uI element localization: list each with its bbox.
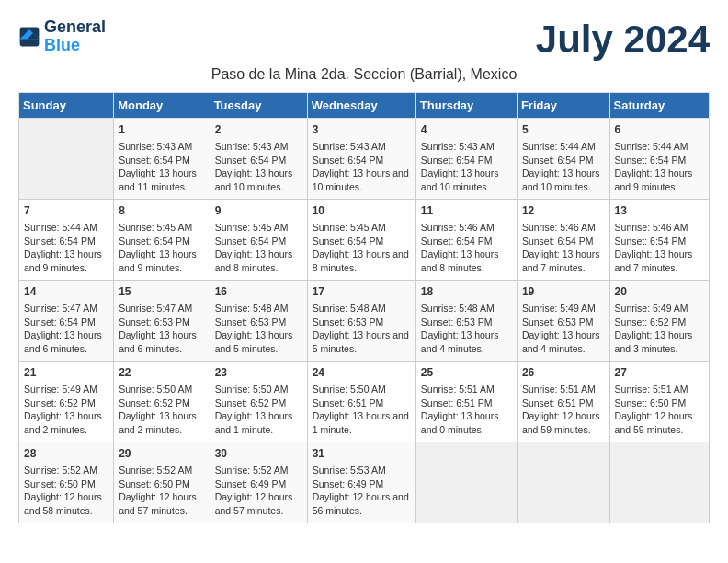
cell-info: Sunrise: 5:49 AM	[615, 302, 704, 316]
calendar-cell: 10Sunrise: 5:45 AMSunset: 6:54 PMDayligh…	[307, 200, 415, 281]
header-day-thursday: Thursday	[415, 93, 517, 119]
logo-general: General	[44, 18, 106, 37]
cell-info: Sunrise: 5:52 AM	[24, 464, 108, 477]
cell-info: Sunset: 6:54 PM	[522, 154, 605, 167]
day-number: 11	[421, 203, 512, 219]
calendar-week-row: 1Sunrise: 5:43 AMSunset: 6:54 PMDaylight…	[19, 119, 710, 200]
cell-info: Sunrise: 5:52 AM	[119, 464, 204, 477]
cell-info: Sunset: 6:50 PM	[119, 477, 204, 491]
cell-info: Sunrise: 5:43 AM	[421, 140, 512, 154]
cell-info: Daylight: 13 hours and 3 minutes.	[615, 328, 704, 355]
cell-info: Sunset: 6:49 PM	[313, 477, 411, 491]
cell-info: Sunset: 6:53 PM	[421, 316, 512, 329]
calendar-cell: 15Sunrise: 5:47 AMSunset: 6:53 PMDayligh…	[114, 281, 210, 362]
cell-info: Sunrise: 5:48 AM	[215, 302, 302, 316]
cell-info: Sunrise: 5:49 AM	[24, 383, 108, 396]
cell-info: Sunrise: 5:44 AM	[615, 140, 704, 154]
cell-info: Sunrise: 5:49 AM	[522, 302, 605, 316]
cell-info: Daylight: 13 hours and 5 minutes.	[313, 328, 411, 355]
cell-info: Sunset: 6:54 PM	[421, 235, 512, 248]
month-title-section: July 2024	[536, 18, 710, 61]
cell-info: Daylight: 13 hours and 4 minutes.	[421, 328, 512, 355]
calendar-cell: 7Sunrise: 5:44 AMSunset: 6:54 PMDaylight…	[19, 200, 114, 281]
cell-info: Sunrise: 5:50 AM	[313, 383, 411, 396]
cell-info: Sunrise: 5:43 AM	[215, 140, 302, 154]
cell-info: Sunset: 6:54 PM	[615, 154, 704, 167]
calendar-cell: 16Sunrise: 5:48 AMSunset: 6:53 PMDayligh…	[210, 281, 307, 362]
cell-info: Sunset: 6:54 PM	[24, 316, 108, 329]
day-number: 10	[313, 203, 411, 219]
calendar-cell: 3Sunrise: 5:43 AMSunset: 6:54 PMDaylight…	[307, 119, 415, 200]
cell-info: Daylight: 12 hours and 58 minutes.	[24, 490, 108, 517]
day-number: 29	[119, 446, 204, 462]
cell-info: Daylight: 13 hours and 10 minutes.	[313, 167, 411, 193]
logo-blue: Blue	[44, 37, 106, 55]
cell-info: Daylight: 13 hours and 5 minutes.	[215, 328, 302, 355]
cell-info: Sunset: 6:54 PM	[119, 154, 204, 167]
cell-info: Daylight: 13 hours and 9 minutes.	[615, 167, 704, 193]
day-number: 4	[421, 122, 512, 138]
cell-info: Sunset: 6:52 PM	[215, 396, 302, 410]
cell-info: Sunrise: 5:46 AM	[522, 221, 605, 235]
day-number: 9	[215, 203, 302, 219]
cell-info: Daylight: 13 hours and 2 minutes.	[119, 409, 204, 436]
calendar-cell: 22Sunrise: 5:50 AMSunset: 6:52 PMDayligh…	[114, 362, 210, 442]
day-number: 22	[119, 365, 204, 381]
calendar-cell	[415, 442, 517, 523]
cell-info: Daylight: 13 hours and 0 minutes.	[421, 409, 512, 436]
cell-info: Sunset: 6:52 PM	[615, 316, 704, 329]
day-number: 14	[24, 284, 108, 300]
cell-info: Daylight: 12 hours and 59 minutes.	[615, 409, 704, 436]
calendar-week-row: 21Sunrise: 5:49 AMSunset: 6:52 PMDayligh…	[19, 362, 710, 442]
cell-info: Daylight: 12 hours and 57 minutes.	[215, 490, 302, 517]
day-number: 19	[522, 284, 605, 300]
cell-info: Sunrise: 5:51 AM	[615, 383, 704, 396]
cell-info: Daylight: 13 hours and 11 minutes.	[119, 167, 204, 193]
cell-info: Sunrise: 5:45 AM	[313, 221, 411, 235]
cell-info: Sunrise: 5:44 AM	[24, 221, 108, 235]
cell-info: Daylight: 13 hours and 6 minutes.	[119, 328, 204, 355]
day-number: 12	[522, 203, 605, 219]
calendar-cell: 5Sunrise: 5:44 AMSunset: 6:54 PMDaylight…	[517, 119, 609, 200]
location-title: Paso de la Mina 2da. Seccion (Barrial), …	[18, 66, 710, 83]
cell-info: Sunset: 6:53 PM	[119, 316, 204, 329]
month-title: July 2024	[536, 18, 710, 61]
day-number: 2	[215, 122, 302, 138]
calendar-cell: 18Sunrise: 5:48 AMSunset: 6:53 PMDayligh…	[415, 281, 517, 362]
cell-info: Daylight: 12 hours and 59 minutes.	[522, 409, 605, 436]
cell-info: Daylight: 13 hours and 1 minute.	[313, 409, 411, 436]
cell-info: Sunrise: 5:46 AM	[615, 221, 704, 235]
cell-info: Sunrise: 5:50 AM	[119, 383, 204, 396]
header-day-friday: Friday	[517, 93, 609, 119]
calendar-cell: 26Sunrise: 5:51 AMSunset: 6:51 PMDayligh…	[517, 362, 609, 442]
calendar-cell: 4Sunrise: 5:43 AMSunset: 6:54 PMDaylight…	[415, 119, 517, 200]
calendar-cell: 29Sunrise: 5:52 AMSunset: 6:50 PMDayligh…	[114, 442, 210, 523]
calendar-cell: 25Sunrise: 5:51 AMSunset: 6:51 PMDayligh…	[415, 362, 517, 442]
cell-info: Sunrise: 5:52 AM	[215, 464, 302, 477]
day-number: 6	[615, 122, 704, 138]
cell-info: Sunrise: 5:47 AM	[119, 302, 204, 316]
cell-info: Sunset: 6:54 PM	[215, 154, 302, 167]
calendar-cell: 20Sunrise: 5:49 AMSunset: 6:52 PMDayligh…	[609, 281, 709, 362]
cell-info: Sunrise: 5:48 AM	[421, 302, 512, 316]
cell-info: Sunset: 6:52 PM	[119, 396, 204, 410]
cell-info: Sunset: 6:53 PM	[313, 316, 411, 329]
cell-info: Sunrise: 5:51 AM	[522, 383, 605, 396]
cell-info: Daylight: 13 hours and 9 minutes.	[24, 247, 108, 274]
day-number: 21	[24, 365, 108, 381]
cell-info: Sunrise: 5:43 AM	[313, 140, 411, 154]
day-number: 25	[421, 365, 512, 381]
cell-info: Sunrise: 5:53 AM	[313, 464, 411, 477]
calendar-table: SundayMondayTuesdayWednesdayThursdayFrid…	[18, 92, 710, 523]
calendar-cell: 1Sunrise: 5:43 AMSunset: 6:54 PMDaylight…	[114, 119, 210, 200]
calendar-cell: 17Sunrise: 5:48 AMSunset: 6:53 PMDayligh…	[307, 281, 415, 362]
cell-info: Daylight: 13 hours and 9 minutes.	[119, 247, 204, 274]
calendar-cell: 30Sunrise: 5:52 AMSunset: 6:49 PMDayligh…	[210, 442, 307, 523]
calendar-cell	[19, 119, 114, 200]
day-number: 31	[313, 446, 411, 462]
cell-info: Sunrise: 5:48 AM	[313, 302, 411, 316]
cell-info: Sunset: 6:54 PM	[119, 235, 204, 248]
day-number: 15	[119, 284, 204, 300]
cell-info: Sunset: 6:54 PM	[313, 235, 411, 248]
calendar-cell: 19Sunrise: 5:49 AMSunset: 6:53 PMDayligh…	[517, 281, 609, 362]
